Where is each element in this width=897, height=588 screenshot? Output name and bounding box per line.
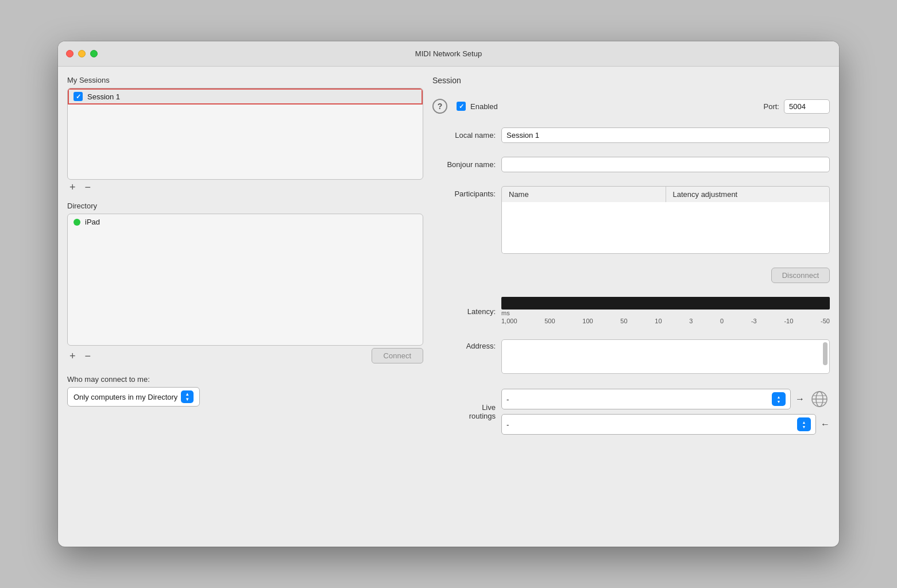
who-connect-stepper-icon: ▲ ▼ xyxy=(181,390,194,403)
bonjour-name-input[interactable] xyxy=(501,157,830,172)
enabled-row: Enabled xyxy=(457,102,498,111)
bonjour-name-label: Bonjour name: xyxy=(432,160,496,169)
session-top-row: ? Enabled Port: xyxy=(432,99,830,114)
my-sessions-label: My Sessions xyxy=(67,76,423,84)
scale-neg10: -10 xyxy=(784,318,793,324)
sessions-list: Session 1 xyxy=(67,88,423,180)
enabled-label: Enabled xyxy=(470,102,498,111)
live-routings-label: Live routings xyxy=(432,403,496,420)
sessions-toolbar: + − xyxy=(67,180,423,195)
maximize-button[interactable] xyxy=(90,50,98,57)
left-panel: My Sessions Session 1 + − Directory xyxy=(67,76,423,537)
scale-10: 10 xyxy=(655,318,662,324)
who-connect-section: Who may connect to me: Only computers in… xyxy=(67,375,423,407)
who-connect-value: Only computers in my Directory xyxy=(74,393,177,401)
address-label: Address: xyxy=(432,339,496,350)
participants-table-body xyxy=(501,202,830,254)
session-checkbox[interactable] xyxy=(74,92,83,101)
address-box[interactable] xyxy=(501,339,830,374)
live-routings-section: Live routings - ▲ ▼ → xyxy=(432,389,830,435)
disconnect-row: Disconnect xyxy=(432,268,830,283)
who-connect-dropdown-row: Only computers in my Directory ▲ ▼ xyxy=(67,387,423,407)
traffic-lights xyxy=(66,50,98,57)
col-name-header: Name xyxy=(502,187,666,202)
window-title: MIDI Network Setup xyxy=(415,49,482,58)
routing-in-stepper[interactable]: ▲ ▼ xyxy=(797,417,811,431)
session-item[interactable]: Session 1 xyxy=(68,88,423,105)
who-connect-label: Who may connect to me: xyxy=(67,375,423,384)
scale-100: 100 xyxy=(582,318,593,324)
main-window: MIDI Network Setup My Sessions Session 1… xyxy=(58,41,839,547)
routings-controls: - ▲ ▼ → xyxy=(501,389,830,435)
directory-list: iPad xyxy=(67,214,423,346)
session-name: Session 1 xyxy=(87,92,120,101)
latency-bar-container: ms 1,000 500 100 50 10 3 0 -3 -10 xyxy=(501,297,830,326)
latency-scale: 1,000 500 100 50 10 3 0 -3 -10 -50 xyxy=(501,316,830,326)
address-section: Address: xyxy=(432,339,830,374)
routing-out-stepper[interactable]: ▲ ▼ xyxy=(772,392,786,406)
who-connect-select[interactable]: Only computers in my Directory ▲ ▼ xyxy=(67,387,200,407)
routing-in-dropdown[interactable]: - ▲ ▼ xyxy=(501,414,816,435)
routing-out-value: - xyxy=(507,395,509,404)
latency-row: Latency: ms 1,000 500 100 50 10 3 xyxy=(432,297,830,326)
titlebar: MIDI Network Setup xyxy=(58,41,839,67)
add-directory-button[interactable]: + xyxy=(67,351,78,361)
help-button[interactable]: ? xyxy=(432,99,447,114)
port-label: Port: xyxy=(764,102,779,111)
scale-50: 50 xyxy=(620,318,627,324)
scale-500: 500 xyxy=(544,318,555,324)
arrow-out-icon: → xyxy=(795,394,805,404)
remove-session-button[interactable]: − xyxy=(83,182,94,192)
directory-item-name: iPad xyxy=(85,218,100,226)
scale-neg3: -3 xyxy=(751,318,757,324)
connect-button[interactable]: Connect xyxy=(372,348,423,363)
right-panel: Session ? Enabled Port: Local name: xyxy=(432,76,830,537)
directory-item[interactable]: iPad xyxy=(68,214,423,230)
arrow-in-icon: ← xyxy=(821,419,830,430)
routing-in-row: - ▲ ▼ ← xyxy=(501,414,830,435)
participants-section: Participants: Name Latency adjustment xyxy=(432,186,830,254)
routing-out-dropdown[interactable]: - ▲ ▼ xyxy=(501,389,791,409)
col-latency-header: Latency adjustment xyxy=(666,187,830,202)
minimize-button[interactable] xyxy=(78,50,86,57)
port-row: Port: xyxy=(764,99,830,114)
my-sessions-section: My Sessions Session 1 + − xyxy=(67,76,423,195)
latency-bar[interactable] xyxy=(501,297,830,310)
close-button[interactable] xyxy=(66,50,74,57)
local-name-label: Local name: xyxy=(432,131,496,140)
add-session-button[interactable]: + xyxy=(67,182,78,192)
scale-1000: 1,000 xyxy=(501,318,517,324)
latency-section: Latency: ms 1,000 500 100 50 10 3 xyxy=(432,297,830,326)
remove-directory-button[interactable]: − xyxy=(83,351,94,361)
participants-label: Participants: xyxy=(432,186,496,198)
disconnect-button[interactable]: Disconnect xyxy=(771,268,830,283)
routing-out-row: - ▲ ▼ → xyxy=(501,389,830,409)
local-name-row: Local name: xyxy=(432,127,830,143)
bonjour-name-row: Bonjour name: xyxy=(432,157,830,172)
directory-label: Directory xyxy=(67,202,423,210)
latency-label: Latency: xyxy=(432,307,496,316)
enabled-checkbox[interactable] xyxy=(457,102,466,111)
scale-neg50: -50 xyxy=(821,318,830,324)
main-content: My Sessions Session 1 + − Directory xyxy=(58,67,839,547)
port-input[interactable] xyxy=(784,99,830,114)
local-name-input[interactable] xyxy=(501,127,830,143)
scale-3: 3 xyxy=(689,318,693,324)
routing-in-value: - xyxy=(507,420,509,429)
online-status-dot xyxy=(74,219,80,226)
ms-label: ms xyxy=(501,310,510,316)
participants-table: Name Latency adjustment xyxy=(501,186,830,254)
directory-section: Directory iPad + − Connect xyxy=(67,202,423,366)
session-section-label: Session xyxy=(432,76,830,85)
directory-toolbar: + − Connect xyxy=(67,346,423,366)
table-header: Name Latency adjustment xyxy=(501,186,830,202)
address-scrollbar[interactable] xyxy=(823,342,828,365)
scale-0: 0 xyxy=(720,318,724,324)
globe-icon xyxy=(809,389,830,409)
